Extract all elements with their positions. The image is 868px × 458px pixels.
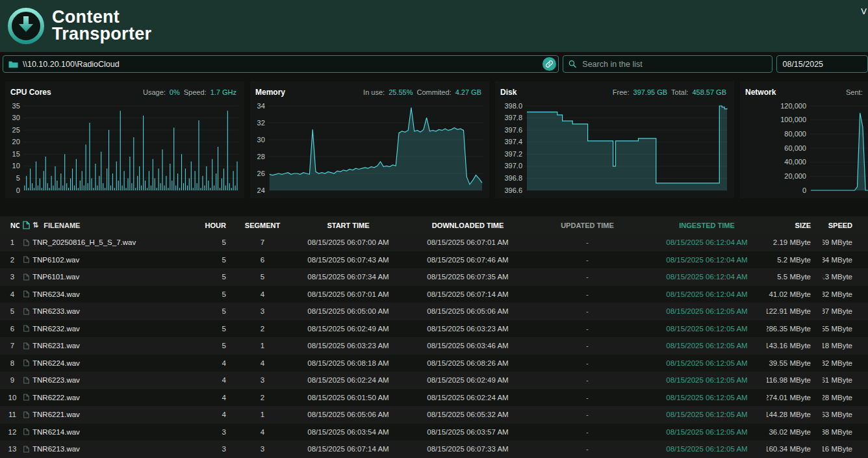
speed-cell: 14.38 MByte — [823, 424, 868, 441]
memory-panel: Memory In use: 25.55% Commited: 4.27 GB … — [250, 81, 489, 198]
ingested-time-cell: 08/15/2025 06:12:05 AM — [647, 355, 767, 372]
segment-cell: 4 — [236, 286, 288, 303]
updated-time-cell: - — [528, 286, 647, 303]
header-speed[interactable]: SPEED — [823, 216, 868, 234]
header-start-time[interactable]: START TIME — [288, 216, 408, 234]
hour-cell: 5 — [200, 234, 236, 251]
header-filename[interactable]: ⇅ FILENAME — [32, 216, 200, 234]
svg-text:20: 20 — [12, 138, 20, 146]
hour-cell: 5 — [200, 286, 236, 303]
svg-text:26: 26 — [257, 170, 265, 177]
header-file-type[interactable] — [19, 216, 32, 234]
file-icon-cell — [19, 355, 32, 372]
ingested-time-cell: 08/15/2025 06:12:05 AM — [647, 406, 767, 424]
file-icon — [23, 377, 29, 384]
downloaded-time-cell: 08/15/2025 06:07:35 AM — [408, 268, 528, 286]
downloaded-time-cell: 08/15/2025 06:02:49 AM — [408, 372, 528, 389]
table-row[interactable]: 5TNR6233.wav5308/15/2025 06:05:00 AM08/1… — [0, 303, 868, 320]
search-input[interactable] — [581, 59, 767, 70]
network-path-input[interactable]: \\10.10.20.100\RadioCloud — [3, 55, 559, 73]
updated-time-cell: - — [528, 303, 647, 320]
table-row[interactable]: 2TNP6102.wav5608/15/2025 06:07:43 AM08/1… — [0, 251, 868, 269]
updated-time-cell: - — [528, 251, 647, 269]
filename-cell: TNR6213.wav — [32, 440, 200, 458]
cpu-panel-stats: Usage: 0% Speed: 1.7 GHz — [143, 88, 236, 96]
table-row[interactable]: 12TNR6214.wav3408/15/2025 06:03:54 AM08/… — [0, 424, 868, 441]
stat-value: 458.57 GB — [692, 88, 726, 96]
hour-cell: 5 — [200, 303, 236, 320]
size-cell: 274.01 MByte — [767, 389, 823, 407]
header-segment[interactable]: SEGMENT — [236, 216, 288, 234]
hour-cell: 4 — [200, 406, 236, 424]
table-row[interactable]: 3TNP6101.wav5508/15/2025 06:07:34 AM08/1… — [0, 268, 868, 286]
date-text: 08/15/2025 — [782, 60, 823, 69]
table-row[interactable]: 1TNR_20250816_H_5_S_7.wav5708/15/2025 06… — [0, 234, 868, 251]
file-icon — [23, 342, 29, 350]
downloaded-time-cell: 08/15/2025 06:02:24 AM — [408, 389, 528, 407]
sort-icon[interactable]: ⇅ — [32, 221, 38, 229]
table-row[interactable]: 6TNR6232.wav5208/15/2025 06:02:49 AM08/1… — [0, 320, 868, 338]
file-icon-cell — [19, 268, 32, 286]
speed-cell: 6.18 MByte — [823, 337, 868, 355]
updated-time-cell: - — [528, 268, 647, 286]
header-size[interactable]: SIZE — [767, 216, 823, 234]
downloaded-time-cell: 08/15/2025 06:07:14 AM — [408, 286, 528, 303]
updated-time-cell: - — [528, 234, 647, 251]
svg-text:0: 0 — [16, 186, 20, 194]
updated-time-cell: - — [528, 424, 647, 441]
file-icon — [23, 274, 29, 281]
filename-cell: TNR6234.wav — [32, 286, 200, 303]
speed-cell: 21.87 MByte — [823, 303, 868, 320]
version-text: V — [861, 6, 867, 16]
table-row[interactable]: 11TNR6221.wav4108/15/2025 06:05:06 AM08/… — [0, 406, 868, 424]
downloaded-time-cell: 08/15/2025 06:03:23 AM — [408, 320, 528, 338]
header-updated-time[interactable]: UPDATED TIME — [528, 216, 647, 234]
row-number: 8 — [0, 355, 19, 372]
table-row[interactable]: 9TNR6223.wav4308/15/2025 06:02:24 AM08/1… — [0, 372, 868, 389]
ingested-time-cell: 08/15/2025 06:12:05 AM — [647, 337, 767, 355]
table-row[interactable]: 10TNR6222.wav4208/15/2025 06:01:50 AM08/… — [0, 389, 868, 407]
network-path-text: \\10.10.20.100\RadioCloud — [23, 60, 120, 69]
svg-text:397.0: 397.0 — [504, 162, 522, 170]
speed-cell: 8.16 MByte — [823, 440, 868, 458]
ingested-time-cell: 08/15/2025 06:12:04 AM — [647, 286, 767, 303]
stat-value: 397.95 GB — [633, 88, 668, 96]
row-number: 11 — [0, 406, 19, 424]
cpu-panel: CPU Cores Usage: 0% Speed: 1.7 GHz 35302… — [5, 81, 244, 198]
start-time-cell: 08/15/2025 06:08:18 AM — [288, 355, 408, 372]
size-cell: 5.2 MByte — [767, 251, 823, 269]
size-cell: 36.02 MByte — [767, 424, 823, 441]
hour-cell: 5 — [200, 337, 236, 355]
file-icon — [23, 221, 30, 229]
ingested-time-cell: 08/15/2025 06:12:05 AM — [647, 372, 767, 389]
table-row[interactable]: 4TNR6234.wav5408/15/2025 06:07:01 AM08/1… — [0, 286, 868, 303]
segment-cell: 6 — [236, 251, 288, 269]
date-input[interactable]: 08/15/2025 — [776, 55, 868, 73]
svg-text:120,000: 120,000 — [780, 102, 806, 110]
table-row[interactable]: 8TNR6224.wav4408/15/2025 06:08:18 AM08/1… — [0, 355, 868, 372]
header-no[interactable]: NO — [0, 216, 19, 234]
connect-button[interactable] — [542, 57, 556, 71]
file-icon — [23, 256, 29, 263]
stat-value: 1.7 GHz — [211, 88, 236, 96]
header-filename-label: FILENAME — [44, 222, 80, 229]
header-ingested-time[interactable]: INGESTED TIME — [647, 216, 767, 234]
stat-label: Total: — [671, 88, 688, 96]
search-box[interactable] — [563, 55, 772, 73]
file-icon — [23, 325, 29, 332]
file-icon — [23, 446, 29, 453]
svg-text:397.4: 397.4 — [504, 138, 522, 146]
table-row[interactable]: 13TNR6213.wav3308/15/2025 06:07:14 AM08/… — [0, 440, 868, 458]
app-header: Content Transporter V — [0, 0, 868, 52]
updated-time-cell: - — [528, 337, 647, 355]
downloaded-time-cell: 08/15/2025 06:05:32 AM — [408, 406, 528, 424]
cpu-chart: 35302520151050 — [10, 101, 240, 198]
start-time-cell: 08/15/2025 06:03:23 AM — [288, 337, 408, 355]
header-hour[interactable]: HOUR — [200, 216, 236, 234]
row-number: 9 — [0, 372, 19, 389]
size-cell: 286.35 MByte — [767, 320, 823, 338]
header-downloaded-time[interactable]: DOWNLOADED TIME — [408, 216, 528, 234]
segment-cell: 2 — [236, 320, 288, 338]
filename-cell: TNR6214.wav — [32, 424, 200, 441]
table-row[interactable]: 7TNR6231.wav5108/15/2025 06:03:23 AM08/1… — [0, 337, 868, 355]
